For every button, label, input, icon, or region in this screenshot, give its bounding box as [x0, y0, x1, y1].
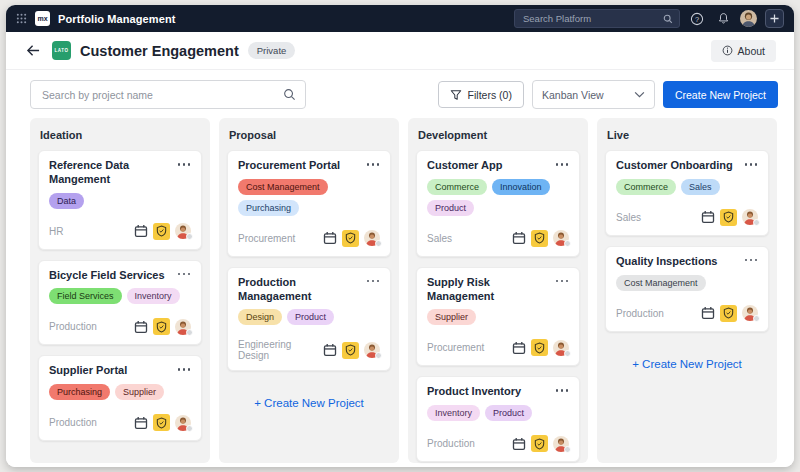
card-owner: Production — [427, 438, 475, 449]
menu-dot-icon — [561, 389, 564, 392]
filters-button[interactable]: Filters (0) — [438, 81, 524, 108]
card-owner: Production — [49, 321, 97, 332]
card-menu-button[interactable] — [366, 159, 381, 170]
card-menu-button[interactable] — [177, 269, 192, 280]
assignee-avatar[interactable] — [742, 209, 758, 225]
tag: Innovation — [492, 179, 550, 195]
menu-dot-icon — [556, 163, 559, 166]
shield-badge-icon[interactable] — [531, 435, 548, 452]
assignee-avatar[interactable] — [364, 230, 380, 246]
shield-badge-icon[interactable] — [531, 230, 548, 247]
card-owner: Procurement — [427, 342, 484, 353]
calendar-icon[interactable] — [323, 231, 337, 245]
shield-badge-icon[interactable] — [153, 414, 170, 431]
create-new-project-button[interactable]: Create New Project — [663, 81, 778, 108]
tag-row: Cost ManagementPurchasing — [238, 179, 380, 216]
shield-badge-icon[interactable] — [720, 209, 737, 226]
calendar-icon[interactable] — [512, 231, 526, 245]
card-owner: HR — [49, 226, 63, 237]
calendar-icon[interactable] — [701, 306, 715, 320]
project-card[interactable]: Customer AppCommerceInnovationProductSal… — [416, 150, 580, 257]
status-dot — [375, 352, 382, 359]
shield-badge-icon[interactable] — [342, 342, 359, 359]
calendar-icon[interactable] — [323, 343, 337, 357]
add-icon[interactable] — [765, 9, 784, 28]
card-head: Supplier Portal — [49, 364, 191, 378]
assignee-avatar[interactable] — [553, 436, 569, 452]
view-selected-value: Kanban View — [542, 89, 604, 101]
card-title: Supplier Portal — [49, 364, 127, 378]
project-card[interactable]: Product InventoryInventoryProductProduct… — [416, 376, 580, 462]
tag-row: Field ServicesInventory — [49, 288, 191, 304]
help-icon[interactable]: ? — [688, 10, 706, 28]
project-card[interactable]: Procurement PortalCost ManagementPurchas… — [227, 150, 391, 257]
notifications-bell-icon[interactable] — [714, 10, 732, 28]
project-search[interactable] — [30, 80, 306, 109]
project-card[interactable]: Reference Data MangementDataHR — [38, 150, 202, 250]
shield-badge-icon[interactable] — [342, 230, 359, 247]
card-menu-button[interactable] — [177, 159, 192, 170]
back-arrow-icon[interactable] — [24, 42, 43, 59]
assignee-avatar[interactable] — [364, 342, 380, 358]
project-search-input[interactable] — [40, 88, 277, 102]
card-menu-button[interactable] — [555, 276, 570, 287]
user-avatar[interactable] — [740, 10, 757, 27]
project-card[interactable]: Bicycle Field ServicesField ServicesInve… — [38, 260, 202, 346]
assignee-avatar[interactable] — [742, 305, 758, 321]
assignee-avatar[interactable] — [553, 340, 569, 356]
card-footer: Production — [427, 421, 569, 452]
create-new-project-link[interactable]: + Create New Project — [605, 358, 769, 370]
card-menu-button[interactable] — [744, 159, 759, 170]
app-launcher-icon[interactable] — [16, 13, 27, 24]
calendar-icon[interactable] — [134, 416, 148, 430]
card-menu-button[interactable] — [555, 159, 570, 170]
project-card[interactable]: Customer OnboardingCommerceSalesSales — [605, 150, 769, 236]
assignee-avatar[interactable] — [553, 230, 569, 246]
card-menu-button[interactable] — [177, 364, 192, 375]
shield-badge-icon[interactable] — [720, 305, 737, 322]
create-new-project-link[interactable]: + Create New Project — [227, 397, 391, 409]
about-button[interactable]: About — [711, 40, 776, 62]
card-footer-icons — [701, 305, 758, 322]
about-label: About — [738, 45, 765, 57]
tag-row: DesignProduct — [238, 309, 380, 325]
project-card[interactable]: Supplier PortalPurchasingSupplierProduct… — [38, 355, 202, 441]
project-card[interactable]: Production ManagaementDesignProductEngin… — [227, 267, 391, 372]
menu-dot-icon — [178, 163, 181, 166]
shield-badge-icon[interactable] — [153, 223, 170, 240]
card-footer-icons — [512, 339, 569, 356]
kanban-column: LiveCustomer OnboardingCommerceSalesSale… — [597, 118, 777, 463]
calendar-icon[interactable] — [512, 341, 526, 355]
kanban-column: IdeationReference Data MangementDataHRBi… — [30, 118, 210, 463]
assignee-avatar[interactable] — [175, 319, 191, 335]
status-dot — [186, 329, 193, 336]
shield-badge-icon[interactable] — [153, 318, 170, 335]
calendar-icon[interactable] — [701, 210, 715, 224]
calendar-icon[interactable] — [134, 224, 148, 238]
assignee-avatar[interactable] — [175, 415, 191, 431]
tag: Purchasing — [238, 200, 299, 216]
platform-search[interactable] — [514, 9, 680, 28]
column-title: Proposal — [227, 126, 391, 150]
card-menu-button[interactable] — [366, 276, 381, 287]
card-footer-icons — [512, 435, 569, 452]
menu-dot-icon — [372, 163, 375, 166]
tag: Sales — [681, 179, 720, 195]
menu-dot-icon — [745, 259, 748, 262]
calendar-icon[interactable] — [512, 437, 526, 451]
tag: Inventory — [427, 405, 480, 421]
project-card[interactable]: Quality InspectionsCost ManagementProduc… — [605, 246, 769, 332]
shield-badge-icon[interactable] — [531, 339, 548, 356]
kanban-column: ProposalProcurement PortalCost Managemen… — [219, 118, 399, 463]
view-selector[interactable]: Kanban View — [532, 80, 655, 109]
card-title: Reference Data Mangement — [49, 159, 177, 187]
card-head: Production Managaement — [238, 276, 380, 304]
platform-search-input[interactable] — [521, 12, 659, 25]
assignee-avatar[interactable] — [175, 223, 191, 239]
menu-dot-icon — [750, 259, 753, 262]
project-card[interactable]: Supply Risk ManagementSupplierProcuremen… — [416, 267, 580, 367]
card-menu-button[interactable] — [744, 255, 759, 266]
calendar-icon[interactable] — [134, 320, 148, 334]
menu-dot-icon — [178, 273, 181, 276]
card-menu-button[interactable] — [555, 385, 570, 396]
